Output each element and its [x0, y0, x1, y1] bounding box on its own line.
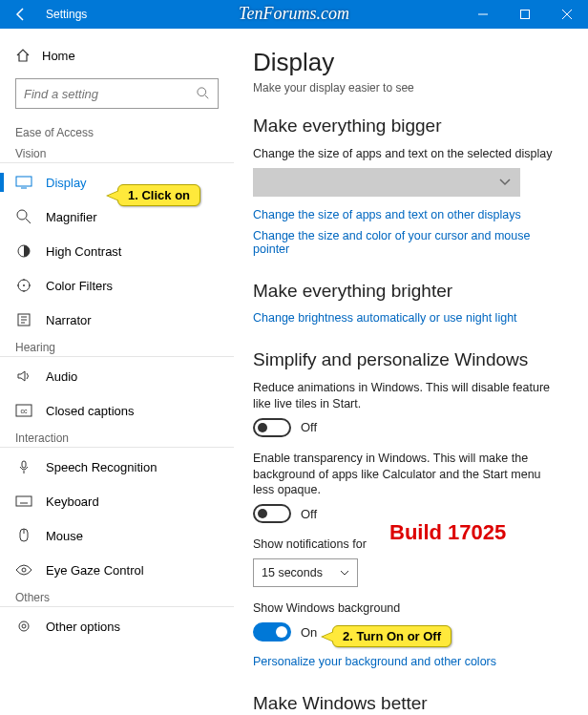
narrator-icon: [15, 311, 32, 328]
chevron-down-icon: [499, 179, 511, 186]
sidebar: Home Ease of Access Vision Display Magni…: [0, 29, 234, 715]
link-cursor-size[interactable]: Change the size and color of your cursor…: [253, 229, 565, 256]
sidebar-item-label: Color Filters: [46, 279, 113, 293]
page-subtitle: Make your display easier to see: [253, 81, 565, 95]
section-brighter: Make everything brighter: [253, 281, 565, 302]
sidebar-item-high-contrast[interactable]: High Contrast: [0, 234, 234, 268]
gear-icon: [15, 618, 32, 635]
transparency-toggle[interactable]: [253, 504, 291, 523]
svg-rect-1: [521, 11, 530, 19]
svg-text:cc: cc: [21, 408, 29, 414]
close-button[interactable]: [546, 0, 588, 29]
svg-rect-6: [16, 177, 32, 186]
search-input[interactable]: [24, 87, 186, 101]
svg-point-4: [198, 88, 206, 96]
audio-icon: [15, 368, 32, 385]
page-title: Display: [253, 48, 565, 77]
sidebar-item-label: Audio: [46, 369, 77, 384]
window-title: Settings: [46, 8, 462, 21]
animations-state: Off: [301, 420, 317, 434]
svg-point-29: [22, 568, 26, 572]
link-other-displays[interactable]: Change the size of apps and text on othe…: [253, 208, 565, 221]
eye-icon: [15, 561, 32, 578]
sidebar-item-keyboard[interactable]: Keyboard: [0, 484, 234, 518]
section-simplify: Simplify and personalize Windows: [253, 349, 565, 370]
animations-description: Reduce animations in Windows. This will …: [253, 380, 565, 412]
section-bigger: Make everything bigger: [253, 116, 565, 137]
display-icon: [15, 174, 32, 191]
group-hearing: Hearing: [0, 337, 234, 357]
sidebar-item-display[interactable]: Display: [0, 165, 234, 200]
sidebar-item-other-options[interactable]: Other options: [0, 609, 234, 643]
group-vision: Vision: [0, 143, 234, 163]
search-icon: [197, 87, 210, 100]
high-contrast-icon: [15, 242, 32, 260]
sidebar-item-color-filters[interactable]: Color Filters: [0, 268, 234, 303]
sidebar-item-label: Closed captions: [46, 404, 135, 418]
closed-captions-icon: cc: [15, 402, 32, 419]
svg-rect-21: [16, 496, 32, 506]
maximize-button[interactable]: [504, 0, 546, 29]
svg-line-5: [205, 95, 209, 99]
link-personalize[interactable]: Personalize your background and other co…: [253, 655, 565, 668]
sidebar-item-narrator[interactable]: Narrator: [0, 303, 234, 337]
link-brightness[interactable]: Change brightness automatically or use n…: [253, 311, 565, 325]
sidebar-item-label: Keyboard: [46, 494, 99, 509]
sidebar-item-mouse[interactable]: Mouse: [0, 518, 234, 553]
svg-line-9: [26, 219, 31, 223]
close-icon: [562, 10, 572, 19]
maximize-icon: [520, 10, 530, 19]
minimize-button[interactable]: [462, 0, 504, 29]
sidebar-item-audio[interactable]: Audio: [0, 359, 234, 393]
sidebar-item-speech-recognition[interactable]: Speech Recognition: [0, 450, 234, 484]
section-better: Make Windows better: [253, 693, 565, 714]
category-label: Ease of Access: [0, 120, 234, 143]
home-icon: [15, 48, 31, 63]
sidebar-item-magnifier[interactable]: Magnifier: [0, 200, 234, 234]
display-scale-dropdown[interactable]: [253, 168, 520, 197]
microphone-icon: [15, 458, 32, 475]
sidebar-item-label: Display: [46, 176, 87, 190]
svg-point-8: [17, 210, 27, 220]
sidebar-item-label: Eye Gaze Control: [46, 563, 144, 578]
sidebar-item-label: Speech Recognition: [46, 460, 157, 474]
sidebar-item-label: High Contrast: [46, 244, 121, 259]
sidebar-item-closed-captions[interactable]: cc Closed captions: [0, 393, 234, 428]
group-others: Others: [0, 587, 234, 607]
transparency-state: Off: [301, 507, 317, 521]
notifications-duration-select[interactable]: 15 seconds: [253, 558, 358, 587]
svg-point-31: [22, 624, 26, 628]
sidebar-item-label: Magnifier: [46, 210, 96, 224]
color-filters-icon: [15, 277, 32, 294]
sidebar-item-label: Other options: [46, 620, 120, 634]
svg-rect-20: [22, 461, 26, 468]
main-content: Display Make your display easier to see …: [234, 29, 588, 715]
notifications-value: 15 seconds: [262, 566, 323, 579]
chevron-down-icon: [340, 570, 349, 576]
notifications-label: Show notifications for: [253, 536, 565, 553]
arrow-left-icon: [13, 7, 29, 22]
transparency-description: Enable transparency in Windows. This wil…: [253, 451, 565, 499]
titlebar: Settings: [0, 0, 588, 29]
sidebar-item-label: Narrator: [46, 313, 92, 327]
keyboard-icon: [15, 493, 32, 510]
sidebar-item-label: Mouse: [46, 529, 83, 543]
home-button[interactable]: Home: [0, 40, 234, 71]
background-label: Show Windows background: [253, 600, 565, 617]
group-interaction: Interaction: [0, 428, 234, 448]
magnifier-icon: [15, 208, 32, 225]
search-box[interactable]: [15, 78, 219, 109]
background-toggle[interactable]: [253, 622, 291, 641]
svg-point-30: [19, 621, 29, 631]
back-button[interactable]: [0, 0, 42, 29]
home-label: Home: [42, 49, 75, 63]
background-state: On: [301, 625, 317, 640]
animations-toggle[interactable]: [253, 418, 291, 437]
mouse-icon: [15, 527, 32, 544]
sidebar-item-eye-gaze[interactable]: Eye Gaze Control: [0, 553, 234, 587]
svg-point-12: [23, 284, 25, 286]
bigger-description: Change the size of apps and text on the …: [253, 146, 565, 162]
minimize-icon: [478, 10, 488, 19]
